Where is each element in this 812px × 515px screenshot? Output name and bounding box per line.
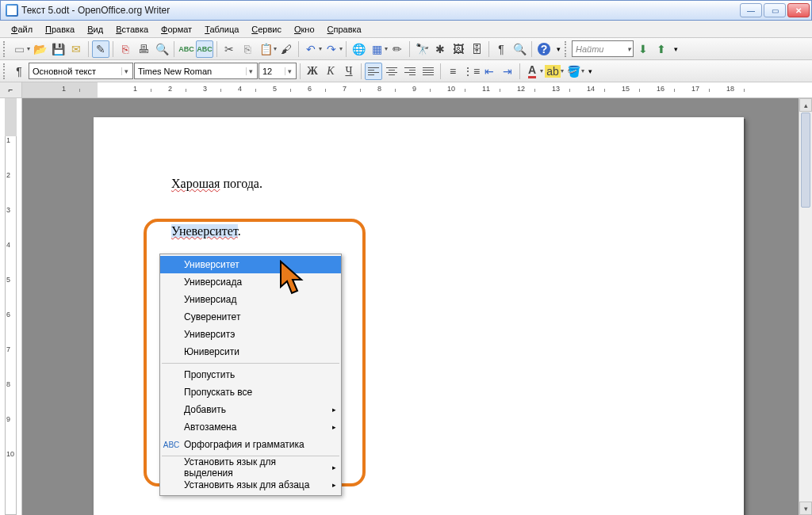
align-left-button[interactable] [365, 63, 382, 80]
window-controls: — ▭ ✕ [740, 3, 810, 17]
hruler-tick: 16 [657, 85, 665, 93]
align-justify-button[interactable] [419, 63, 437, 80]
mail-button[interactable]: ✉ [67, 40, 85, 58]
table-button[interactable]: ▦▾ [368, 40, 388, 58]
toolbar-handle-2[interactable] [565, 41, 569, 57]
menu-view[interactable]: Вид [81, 22, 109, 36]
text-line-1[interactable]: Харошая погода. [171, 174, 680, 193]
autoreplace-item[interactable]: Автозамена▸ [160, 418, 341, 436]
font-name-combo[interactable]: Times New Roman▾ [134, 63, 258, 79]
decrease-indent-button[interactable]: ⇤ [481, 63, 498, 80]
menu-tools[interactable]: Сервис [245, 22, 288, 36]
print-button[interactable]: 🖶 [135, 40, 152, 58]
nonprinting-chars-button[interactable]: ¶ [492, 40, 510, 58]
open-button[interactable]: 📂 [31, 40, 48, 58]
edit-mode-button[interactable]: ✎ [92, 40, 109, 58]
text-line-2[interactable]: Уневерситет. [171, 222, 680, 241]
vertical-scrollbar[interactable]: ▴ ▾ [799, 98, 812, 515]
auto-spellcheck-button[interactable]: ABC [196, 40, 213, 58]
skip-item[interactable]: Пропустить [160, 366, 341, 383]
align-center-button[interactable] [383, 63, 400, 80]
suggestion-item-2[interactable]: Универсиад [160, 291, 341, 308]
background-color-button[interactable]: 🪣▾ [565, 63, 584, 80]
italic-button[interactable]: К [322, 63, 339, 80]
hyperlink-button[interactable]: 🌐 [350, 40, 367, 58]
undo-button[interactable]: ↶▾ [302, 40, 322, 58]
suggestion-item-0[interactable]: Университет [160, 256, 341, 273]
menu-edit[interactable]: Правка [39, 22, 81, 36]
title-bar: Текст 5.odt - OpenOffice.org Writer — ▭ … [0, 0, 812, 21]
menu-table[interactable]: Таблица [198, 22, 245, 36]
hruler-tick: 18 [726, 85, 734, 93]
find-toolbar-input[interactable]: Найти ▾ [572, 40, 634, 57]
align-right-button[interactable] [401, 63, 419, 80]
selected-misspelled-word[interactable]: Уневерситет [171, 224, 238, 238]
bulleted-list-button[interactable]: ⋮≡ [462, 63, 480, 80]
text-period[interactable]: . [238, 224, 241, 238]
hruler-tick: 10 [447, 85, 455, 93]
skip-all-item[interactable]: Пропускать все [160, 383, 341, 401]
scroll-thumb[interactable] [801, 113, 810, 208]
find-prev-button[interactable]: ⬆ [653, 40, 670, 58]
copy-button[interactable]: ⎘ [239, 40, 256, 58]
menu-format[interactable]: Формат [155, 22, 198, 36]
hruler-tick: 5 [273, 85, 277, 93]
increase-indent-button[interactable]: ⇥ [499, 63, 516, 80]
toolbar-handle-3[interactable] [3, 63, 8, 79]
set-lang-paragraph-item[interactable]: Установить язык для абзаца▸ [160, 476, 341, 494]
redo-button[interactable]: ↷▾ [323, 40, 343, 58]
menu-help[interactable]: Справка [321, 22, 368, 36]
gallery-button[interactable]: 🖼 [450, 40, 467, 58]
close-button[interactable]: ✕ [787, 3, 810, 17]
paragraph-style-value: Основной текст [33, 67, 96, 76]
menu-file[interactable]: Файл [5, 22, 39, 36]
export-pdf-button[interactable]: ⎘ [117, 40, 134, 58]
horizontal-ruler[interactable]: 1123456789101112131415161718 [22, 82, 812, 97]
navigator-button[interactable]: ✱ [431, 40, 449, 58]
help-button[interactable]: ? [535, 40, 553, 58]
paragraph-style-combo[interactable]: Основной текст▾ [29, 63, 133, 79]
bold-button[interactable]: Ж [304, 63, 321, 80]
standard-toolbar: ▭▾ 📂 💾 ✉ ✎ ⎘ 🖶 🔍 ABC ABC ✂ ⎘ 📋▾ 🖌 ↶▾ ↷▾ … [0, 38, 812, 60]
highlight-color-button[interactable]: ab▾ [544, 63, 564, 80]
toolbar-handle[interactable] [3, 41, 8, 57]
font-color-button[interactable]: А▾ [523, 63, 543, 80]
cut-button[interactable]: ✂ [220, 40, 238, 58]
suggestion-item-1[interactable]: Универсиада [160, 273, 341, 291]
find-next-button[interactable]: ⬇ [634, 40, 652, 58]
maximize-button[interactable]: ▭ [764, 3, 786, 17]
suggestion-item-4[interactable]: Университэ [160, 326, 341, 343]
vertical-ruler[interactable]: 12345678910 [0, 98, 22, 515]
spellcheck-button[interactable]: ABC [178, 40, 195, 58]
data-sources-button[interactable]: 🗄 [468, 40, 485, 58]
spellcheck-dialog-item[interactable]: ABC Орфография и грамматика [160, 436, 341, 453]
suggestion-item-5[interactable]: Юниверсити [160, 343, 341, 360]
scroll-down-button[interactable]: ▾ [799, 502, 812, 515]
document-canvas[interactable]: Харошая погода. Уневерситет. [22, 98, 812, 515]
save-button[interactable]: 💾 [49, 40, 67, 58]
find-replace-button[interactable]: 🔭 [413, 40, 431, 58]
new-doc-button[interactable]: ▭▾ [10, 40, 30, 58]
menu-insert[interactable]: Вставка [109, 22, 155, 36]
underline-button[interactable]: Ч [340, 63, 358, 80]
format-paintbrush-button[interactable]: 🖌 [278, 40, 295, 58]
suggestion-item-3[interactable]: Суверенитет [160, 308, 341, 326]
font-size-combo[interactable]: 12▾ [259, 63, 297, 79]
text-rest-1[interactable]: погода. [220, 177, 262, 190]
hruler-tick: 14 [587, 85, 595, 93]
paste-button[interactable]: 📋▾ [257, 40, 277, 58]
misspelled-word-1[interactable]: Харошая [171, 177, 220, 190]
styles-window-button[interactable]: ¶ [10, 63, 28, 80]
minimize-button[interactable]: — [740, 3, 762, 17]
menu-window[interactable]: Окно [288, 22, 321, 36]
show-draw-button[interactable]: ✏ [389, 40, 406, 58]
add-item[interactable]: Добавить▸ [160, 401, 341, 418]
app-icon [6, 4, 18, 17]
page-content[interactable]: Харошая погода. Уневерситет. [171, 174, 680, 241]
scroll-up-button[interactable]: ▴ [799, 98, 812, 112]
zoom-button[interactable]: 🔍 [511, 40, 528, 58]
hruler-tick: 2 [168, 85, 172, 93]
set-lang-selection-item[interactable]: Установить язык для выделения▸ [160, 459, 341, 476]
numbered-list-button[interactable]: ≡ [444, 63, 462, 80]
print-preview-button[interactable]: 🔍 [153, 40, 170, 58]
